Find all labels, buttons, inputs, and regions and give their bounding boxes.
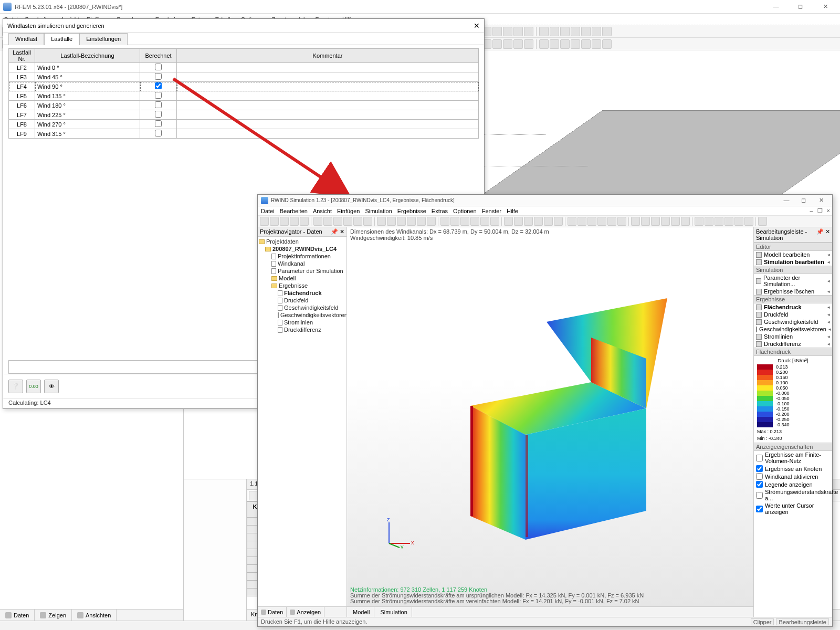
toolbar-button[interactable] <box>724 217 733 226</box>
toolbar-button[interactable] <box>503 27 512 36</box>
menu-bearbeiten[interactable]: Bearbeiten <box>280 208 308 214</box>
load-case-row[interactable]: LF7Wind 225 ° <box>9 110 479 120</box>
toolbar-button[interactable] <box>490 217 499 226</box>
calculated-checkbox[interactable] <box>155 82 162 89</box>
toolbar-button[interactable] <box>671 217 680 226</box>
toolbar-button[interactable] <box>417 217 426 226</box>
close-icon[interactable]: ✕ <box>813 197 829 204</box>
nav-tab-daten[interactable]: Daten <box>0 610 35 621</box>
display-option[interactable]: Werte unter Cursor anzeigen <box>754 502 832 516</box>
toolbar-button[interactable] <box>440 217 449 226</box>
panel-item[interactable]: Flächendruck◂ <box>754 303 832 311</box>
toolbar-button[interactable] <box>397 217 406 226</box>
panel-item[interactable]: Geschwindigkeitsvektoren◂ <box>754 326 832 333</box>
toolbar-button[interactable] <box>492 39 502 49</box>
tree-item[interactable]: Projektinformationen <box>259 253 345 260</box>
view-tab[interactable]: Simulation <box>374 607 412 617</box>
toolbar-button[interactable] <box>514 217 523 226</box>
toolbar-button[interactable] <box>550 27 559 36</box>
pin-icon[interactable]: 📌 ✕ <box>816 228 830 241</box>
toolbar-button[interactable] <box>578 217 586 226</box>
minimize-icon[interactable]: — <box>779 197 794 203</box>
calculated-checkbox[interactable] <box>155 120 162 127</box>
load-case-row[interactable]: LF8Wind 270 ° <box>9 120 479 129</box>
load-cases-table[interactable]: LastfallNr.Lastfall-BezeichnungBerechnet… <box>8 48 479 139</box>
toolbar-button[interactable] <box>492 27 502 36</box>
toolbar-button[interactable] <box>568 217 576 226</box>
nav-tab[interactable]: Anzeigen <box>287 607 324 617</box>
menu-ergebnisse[interactable]: Ergebnisse <box>397 208 426 214</box>
display-option[interactable]: Ergebnisse am Finite-Volumen-Netz <box>754 451 832 465</box>
menu-fenster[interactable]: Fenster <box>482 208 501 214</box>
display-checkbox[interactable] <box>756 465 763 472</box>
toolbar-button[interactable] <box>513 39 523 49</box>
menu-extras[interactable]: Extras <box>432 208 448 214</box>
toolbar-button[interactable] <box>705 217 713 226</box>
mdi-close-icon[interactable]: × <box>827 207 830 214</box>
nav-tab-ansichten[interactable]: Ansichten <box>72 610 117 621</box>
maximize-icon[interactable]: ◻ <box>796 197 812 204</box>
menu-datei[interactable]: Datei <box>261 208 275 214</box>
tree-item[interactable]: 200807_RWINDvis_LC4 <box>259 245 345 253</box>
panel-item[interactable]: Druckdifferenz◂ <box>754 340 832 348</box>
toolbar-button[interactable] <box>300 217 309 226</box>
toolbar-button[interactable] <box>592 39 601 49</box>
menu-simulation[interactable]: Simulation <box>365 208 392 214</box>
toolbar-button[interactable] <box>734 217 743 226</box>
calculated-checkbox[interactable] <box>155 130 162 136</box>
status-button[interactable]: Clipper <box>751 618 774 625</box>
display-checkbox[interactable] <box>756 455 763 461</box>
panel-item[interactable]: Geschwindigkeitsfeld◂ <box>754 318 832 326</box>
toolbar-button[interactable] <box>617 217 626 226</box>
toolbar-button[interactable] <box>524 39 533 49</box>
display-option[interactable]: Strömungswiderstandskräfte a... <box>754 488 832 502</box>
menu-optionen[interactable]: Optionen <box>453 208 477 214</box>
toolbar-button[interactable] <box>581 27 591 36</box>
toolbar-button[interactable] <box>323 217 332 226</box>
nav-tab-zeigen[interactable]: Zeigen <box>35 610 72 621</box>
toolbar-button[interactable] <box>460 217 469 226</box>
toolbar-button[interactable] <box>661 217 670 226</box>
display-option[interactable]: Legende anzeigen <box>754 480 832 488</box>
tree-item[interactable]: Geschwindigkeitsfeld <box>259 304 345 311</box>
rwind-tree[interactable]: Projektdaten200807_RWINDvis_LC4Projektin… <box>258 237 346 606</box>
pin-icon[interactable]: 📌 ✕ <box>331 228 344 235</box>
panel-item[interactable]: Simulation bearbeiten◂ <box>754 258 832 266</box>
toolbar-button[interactable] <box>715 217 723 226</box>
toolbar-button[interactable] <box>554 217 563 226</box>
toolbar-button[interactable] <box>524 217 533 226</box>
tree-item[interactable]: Projektdaten <box>259 238 345 245</box>
toolbar-button[interactable] <box>587 217 596 226</box>
toolbar-button[interactable] <box>280 217 289 226</box>
panel-item[interactable]: Modell bearbeiten◂ <box>754 251 832 258</box>
toolbar-button[interactable] <box>270 217 279 226</box>
toolbar-button[interactable] <box>631 217 640 226</box>
toolbar-button[interactable] <box>353 217 362 226</box>
minimize-icon[interactable]: — <box>764 3 788 9</box>
toolbar-button[interactable] <box>758 217 767 226</box>
tree-item[interactable]: Druckfeld <box>259 297 345 304</box>
toolbar-button[interactable] <box>651 217 660 226</box>
mdi-minimize-icon[interactable]: – <box>810 207 813 214</box>
mdi-restore-icon[interactable]: ❐ <box>817 207 823 214</box>
toolbar-button[interactable] <box>290 217 299 226</box>
view-button[interactable]: 👁 <box>44 380 59 393</box>
tree-item[interactable]: Modell <box>259 275 345 282</box>
help-button[interactable]: ❔ <box>8 380 23 393</box>
tree-item[interactable]: Ergebnisse <box>259 282 345 289</box>
panel-item[interactable]: Stromlinien◂ <box>754 333 832 340</box>
display-option[interactable]: Ergebnisse an Knoten <box>754 465 832 472</box>
dialog-tab-lastfälle[interactable]: Lastfälle <box>44 33 79 45</box>
toolbar-button[interactable] <box>534 217 543 226</box>
panel-item[interactable]: Parameter der Simulation...◂ <box>754 274 832 288</box>
maximize-icon[interactable]: ◻ <box>789 3 812 10</box>
dialog-tab-windlast[interactable]: Windlast <box>8 33 44 45</box>
toolbar-button[interactable] <box>313 217 322 226</box>
display-option[interactable]: Windkanal aktivieren <box>754 472 832 480</box>
toolbar-button[interactable] <box>450 217 459 226</box>
toolbar-button[interactable] <box>504 217 513 226</box>
toolbar-button[interactable] <box>427 217 436 226</box>
toolbar-button[interactable] <box>695 217 704 226</box>
toolbar-button[interactable] <box>602 27 612 36</box>
toolbar-button[interactable] <box>343 217 352 226</box>
